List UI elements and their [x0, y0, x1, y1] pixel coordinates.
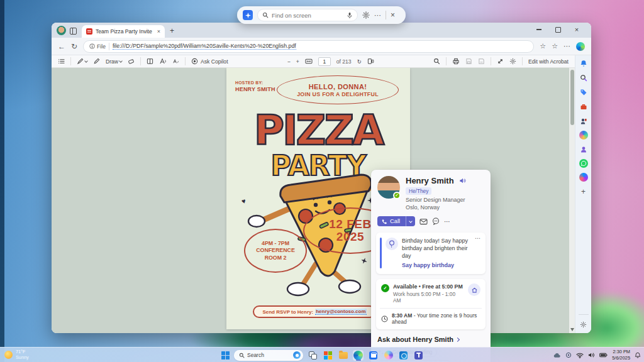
wifi-icon[interactable] [576, 353, 584, 358]
taskbar: 71°F Sunny Search [0, 347, 644, 362]
eraser-icon[interactable] [128, 58, 135, 65]
address-bar[interactable]: File file:///D:/PDF/sample%20pdf/William… [83, 40, 534, 53]
tools-icon[interactable] [579, 102, 588, 111]
page-view-icon[interactable] [147, 58, 153, 65]
edit-with-acrobat-button[interactable]: Edit with Acrobat [528, 58, 569, 65]
rsvp-label: Send RSVP to Henry: [262, 309, 313, 315]
task-view-button[interactable] [308, 350, 318, 361]
find-search-field[interactable] [257, 9, 358, 21]
battery-icon[interactable] [599, 353, 608, 358]
birthday-more-icon[interactable]: ⋯ [475, 235, 480, 241]
chevron-right-icon[interactable] [455, 337, 460, 342]
svg-text:PIZZA: PIZZA [254, 106, 385, 153]
gear-icon[interactable] [362, 11, 370, 19]
print-icon[interactable] [452, 58, 460, 65]
call-button[interactable]: Call [377, 216, 415, 226]
sidebar-settings-gear-icon[interactable] [579, 320, 588, 329]
new-tab-button[interactable]: + [170, 26, 174, 35]
available-check-icon: ✓ [381, 284, 389, 292]
messenger-icon[interactable] [579, 173, 588, 182]
pdf-settings-gear-icon[interactable] [509, 58, 516, 65]
file-label: File [97, 43, 106, 50]
close-window-button[interactable]: × [567, 23, 586, 36]
pdf-scrollbar[interactable] [569, 68, 575, 333]
fit-to-width-icon[interactable] [305, 58, 313, 65]
people-icon[interactable] [579, 116, 588, 126]
highlighter-icon[interactable] [77, 58, 87, 65]
refresh-button[interactable]: ↻ [71, 42, 77, 51]
table-of-contents-icon[interactable] [58, 58, 65, 65]
pen-icon[interactable] [93, 58, 100, 65]
tab-team-pizza-party[interactable]: Team Pizza Party Invite × [82, 25, 165, 38]
notifications-bell-icon[interactable] [579, 58, 588, 68]
favorites-gear-icon[interactable]: ☆ [540, 42, 546, 50]
more-options-icon[interactable]: ⋯ [374, 12, 381, 19]
zoom-out-icon[interactable]: − [287, 58, 291, 65]
hosted-by-block: HOSTED BY: HENRY SMITH [235, 80, 275, 92]
close-icon[interactable]: × [391, 11, 395, 19]
shopping-tag-icon[interactable] [579, 87, 588, 97]
minimize-button[interactable] [530, 23, 548, 36]
volume-icon[interactable] [588, 352, 595, 358]
call-options-chevron[interactable] [406, 216, 415, 226]
search-highlight-icon [293, 351, 301, 359]
microsoft-365-app[interactable] [323, 350, 333, 361]
page-number-input[interactable]: 1 [318, 57, 331, 66]
scrollbar-down-arrow[interactable] [570, 328, 574, 331]
search-document-icon[interactable] [433, 58, 440, 65]
read-aloud-icon[interactable] [159, 58, 167, 65]
browser-essentials-icon[interactable] [579, 131, 588, 140]
games-icon[interactable] [579, 145, 588, 154]
file-explorer-app[interactable] [338, 350, 348, 361]
file-scheme-badge[interactable]: File [89, 43, 106, 50]
ask-copilot-button[interactable]: Ask Copilot [191, 58, 228, 65]
say-happy-birthday-link[interactable]: Say happy birthday [402, 262, 480, 268]
start-button[interactable] [221, 351, 230, 359]
favorites-star-icon[interactable]: ☆ [552, 42, 558, 50]
mic-icon[interactable] [347, 12, 353, 19]
rsvp-email-link[interactable]: henry@contoso.com [315, 309, 366, 315]
outlook-app[interactable] [398, 350, 409, 361]
taskbar-search-box[interactable]: Search [234, 350, 303, 361]
text-selection-icon[interactable] [172, 58, 179, 65]
fullscreen-icon[interactable] [497, 58, 504, 65]
browser-profile-avatar[interactable] [57, 26, 66, 35]
edge-app[interactable] [353, 350, 364, 361]
whatsapp-icon[interactable] [579, 159, 588, 168]
security-icon[interactable] [565, 352, 572, 358]
ask-copilot-label: Ask Copilot [201, 58, 228, 65]
find-search-input[interactable] [272, 12, 343, 19]
work-hours: Work hours 5:00 PM - 1:00 AM [393, 291, 464, 304]
teams-app[interactable] [413, 350, 424, 361]
poster-title-pizza: PIZZA [231, 104, 405, 153]
contact-avatar[interactable]: ✓ [377, 176, 400, 199]
workspaces-icon[interactable] [70, 28, 77, 35]
more-actions-icon[interactable]: ⋯ [444, 218, 450, 225]
scrollbar-thumb[interactable] [570, 70, 574, 125]
zoom-in-icon[interactable]: + [296, 58, 299, 65]
back-button[interactable]: ← [58, 42, 65, 51]
draw-tool[interactable]: Draw [106, 58, 122, 65]
pronounce-name-speaker-icon[interactable] [459, 177, 466, 184]
sidebar-search-icon[interactable] [579, 73, 588, 82]
notification-bell-icon[interactable] [635, 352, 641, 359]
onedrive-cloud-icon[interactable] [553, 352, 561, 358]
add-sidebar-app-icon[interactable]: + [579, 187, 588, 196]
clock-widget[interactable]: 2:30 PM 5/6/2025 [612, 349, 630, 361]
microsoft-store-app[interactable] [368, 350, 379, 361]
page-thumbnails-icon[interactable] [367, 58, 374, 65]
work-from-home-icon[interactable] [468, 283, 480, 296]
copilot-app[interactable] [383, 350, 394, 361]
ask-about-title: Ask about Henry Smith [377, 336, 453, 343]
tab-close-icon[interactable]: × [157, 28, 160, 35]
pdf-file-icon [86, 28, 92, 35]
copilot-icon[interactable] [576, 42, 585, 51]
weather-widget[interactable]: 71°F Sunny [4, 349, 29, 360]
maximize-button[interactable] [548, 23, 567, 36]
email-icon[interactable] [419, 218, 428, 225]
browser-menu-icon[interactable]: ⋯ [564, 42, 570, 50]
url-text[interactable]: file:///D:/PDF/sample%20pdf/William%20Sa… [113, 43, 296, 50]
pdf-toolbar: Draw [52, 55, 575, 68]
chat-icon[interactable] [432, 217, 440, 225]
rotate-icon[interactable]: ↻ [357, 58, 362, 65]
